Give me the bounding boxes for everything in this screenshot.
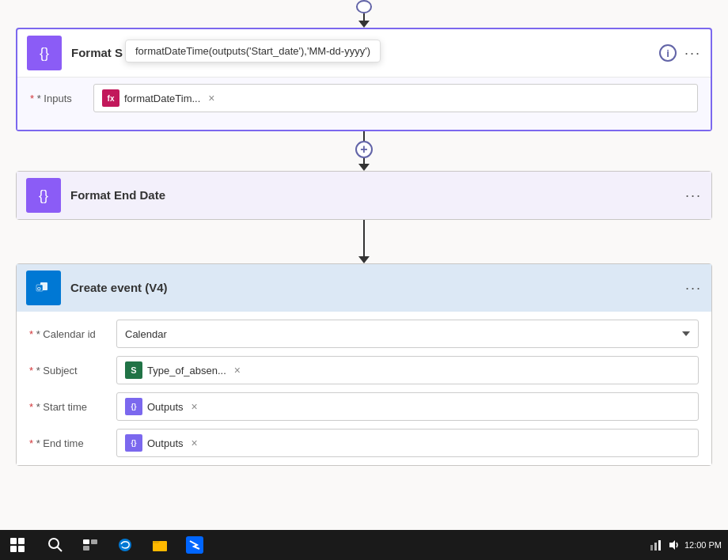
subject-row: * Subject S Type_of_absen... × bbox=[29, 356, 699, 384]
arrow-top bbox=[358, 21, 370, 28]
format-start-icon: {} bbox=[27, 36, 62, 70]
end-token: {} Outputs × bbox=[125, 434, 198, 452]
svg-rect-13 bbox=[654, 543, 657, 551]
fx-icon: fx bbox=[102, 89, 119, 107]
connector-line-1a bbox=[363, 131, 365, 141]
time-display: 12:00 PM bbox=[684, 540, 722, 550]
svg-rect-11 bbox=[186, 536, 203, 554]
format-end-title: Format End Date bbox=[70, 188, 165, 202]
end-token-icon: {} bbox=[125, 434, 142, 452]
svg-rect-12 bbox=[650, 545, 653, 551]
format-end-card: {} Format End Date ··· bbox=[16, 171, 712, 220]
network-icon bbox=[650, 539, 662, 551]
subject-token-text: Type_of_absen... bbox=[147, 365, 226, 376]
start-token-text: Outputs bbox=[147, 401, 184, 413]
create-event-actions: ··· bbox=[685, 280, 702, 297]
add-connector-1: + bbox=[8, 131, 720, 171]
svg-line-5 bbox=[57, 547, 62, 551]
format-start-title-area: Format S formatDateTime(outputs('Start_d… bbox=[62, 46, 659, 60]
tooltip-bubble: formatDateTime(outputs('Start_date'),'MM… bbox=[125, 40, 381, 62]
svg-rect-14 bbox=[658, 540, 661, 551]
calendar-select-value: Calendar bbox=[125, 328, 167, 340]
start-token: {} Outputs × bbox=[125, 398, 198, 415]
create-event-menu-button[interactable]: ··· bbox=[685, 280, 702, 297]
powerautomate-icon bbox=[186, 536, 203, 554]
svg-rect-7 bbox=[91, 539, 97, 544]
top-circle bbox=[356, 0, 372, 13]
taskbar-edge[interactable] bbox=[108, 530, 142, 560]
subject-token: S Type_of_absen... × bbox=[125, 361, 241, 379]
taskbar-taskview[interactable] bbox=[73, 530, 108, 560]
arrow-1 bbox=[358, 164, 370, 171]
chevron-down-icon bbox=[682, 331, 690, 336]
format-end-title-area: Format End Date bbox=[61, 188, 685, 202]
taskbar-apps bbox=[35, 530, 650, 560]
connector-line-2 bbox=[363, 220, 365, 256]
inputs-field-input[interactable]: fx formatDateTim... × bbox=[93, 84, 698, 112]
end-time-input[interactable]: {} Outputs × bbox=[116, 429, 699, 457]
explorer-icon bbox=[151, 536, 169, 554]
taskview-icon bbox=[82, 536, 99, 554]
format-start-title: Format S bbox=[71, 46, 123, 59]
start-time-input[interactable]: {} Outputs × bbox=[116, 392, 699, 421]
svg-marker-15 bbox=[669, 540, 675, 550]
add-step-button-1[interactable]: + bbox=[355, 141, 373, 158]
end-time-label: * End time bbox=[29, 437, 116, 449]
subject-input[interactable]: S Type_of_absen... × bbox=[116, 356, 699, 384]
main-canvas: {} Format S formatDateTime(outputs('Star… bbox=[0, 0, 728, 530]
calendar-id-row: * Calendar id Calendar bbox=[29, 320, 699, 348]
end-token-text: Outputs bbox=[147, 437, 184, 449]
create-event-title-area: Create event (V4) bbox=[61, 281, 685, 295]
format-start-card: {} Format S formatDateTime(outputs('Star… bbox=[16, 28, 712, 131]
connector-line-top bbox=[363, 13, 365, 21]
subject-token-icon: S bbox=[125, 361, 142, 379]
start-time-row: * Start time {} Outputs × bbox=[29, 392, 699, 421]
taskbar-right: 12:00 PM bbox=[650, 539, 728, 551]
create-event-icon: O bbox=[26, 271, 61, 305]
taskbar-explorer[interactable] bbox=[142, 530, 177, 560]
create-event-title: Create event (V4) bbox=[70, 281, 168, 294]
start-token-icon: {} bbox=[125, 398, 142, 415]
inputs-label: * Inputs bbox=[30, 93, 93, 104]
outlook-icon: O bbox=[34, 278, 53, 297]
format-start-actions: i ··· bbox=[659, 44, 701, 62]
svg-rect-8 bbox=[83, 546, 89, 551]
start-time-label: * Start time bbox=[29, 401, 116, 413]
create-event-body: * Calendar id Calendar * Subject S Type_… bbox=[17, 312, 711, 465]
top-connector bbox=[8, 0, 720, 28]
token-text: formatDateTim... bbox=[124, 93, 200, 104]
calendar-select[interactable]: Calendar bbox=[116, 320, 699, 348]
arrow-2 bbox=[358, 256, 370, 263]
create-event-header: O Create event (V4) ··· bbox=[17, 264, 711, 312]
search-icon bbox=[47, 536, 64, 554]
format-start-menu-button[interactable]: ··· bbox=[684, 45, 701, 62]
taskbar-search[interactable] bbox=[38, 530, 73, 560]
svg-rect-6 bbox=[83, 539, 89, 544]
format-end-menu-button[interactable]: ··· bbox=[685, 187, 702, 204]
start-token-close[interactable]: × bbox=[191, 400, 198, 413]
subject-label: * Subject bbox=[29, 365, 116, 376]
speaker-icon bbox=[667, 539, 680, 551]
format-end-header: {} Format End Date ··· bbox=[17, 172, 711, 219]
token-close-button[interactable]: × bbox=[208, 92, 214, 104]
format-token: fx formatDateTim... × bbox=[102, 89, 215, 107]
subject-token-close[interactable]: × bbox=[234, 364, 241, 376]
format-start-header: {} Format S formatDateTime(outputs('Star… bbox=[17, 29, 711, 77]
format-end-icon: {} bbox=[26, 178, 61, 213]
info-icon-button[interactable]: i bbox=[659, 44, 677, 62]
taskbar: 12:00 PM bbox=[0, 530, 728, 560]
end-token-close[interactable]: × bbox=[191, 437, 198, 449]
format-start-body: * Inputs fx formatDateTim... × bbox=[17, 77, 711, 130]
inputs-field-row: * Inputs fx formatDateTim... × bbox=[30, 84, 698, 112]
connector-line-1b bbox=[363, 158, 365, 164]
edge-icon bbox=[116, 536, 134, 554]
start-button[interactable] bbox=[0, 530, 35, 560]
taskbar-powerautomate[interactable] bbox=[177, 530, 212, 560]
svg-text:O: O bbox=[37, 286, 41, 291]
connector-2 bbox=[8, 220, 720, 263]
create-event-card: O Create event (V4) ··· * Calendar id Ca… bbox=[16, 263, 712, 466]
end-time-row: * End time {} Outputs × bbox=[29, 429, 699, 457]
calendar-id-label: * Calendar id bbox=[29, 328, 116, 340]
format-end-actions: ··· bbox=[685, 187, 702, 204]
windows-icon bbox=[10, 538, 25, 552]
